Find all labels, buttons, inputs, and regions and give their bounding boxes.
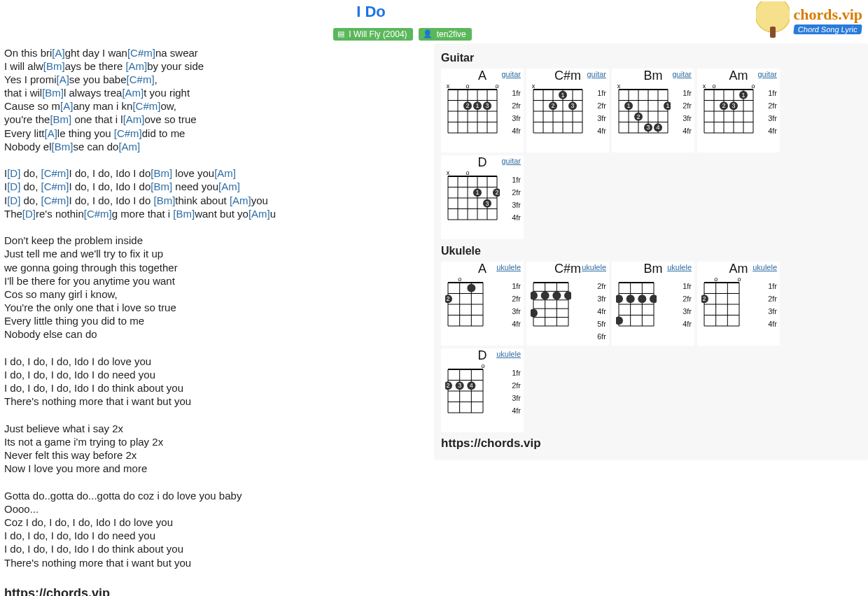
chord-card-d[interactable]: Dukuleleo2341fr2fr3fr4fr xyxy=(441,348,524,432)
lyric-line: Coz I do, I do, I do, Ido I do love you xyxy=(4,516,430,529)
lyric-text: do, xyxy=(20,194,41,206)
lyrics-panel: On this bri[A]ght day I wan[C#m]na swear… xyxy=(0,43,434,576)
chord-marker[interactable]: [Am] xyxy=(123,113,145,125)
chord-marker[interactable]: [C#m] xyxy=(132,100,160,112)
lyric-line: Just tell me and we'll try to fix it up xyxy=(4,247,430,260)
artist-badge[interactable]: 👤 ten2five xyxy=(419,28,472,41)
album-badge[interactable]: ▤ I Will Fly (2004) xyxy=(333,28,412,41)
lyric-line: You're the only one that i love so true xyxy=(4,301,430,314)
lyric-text: I do, I do, I do, Ido I do think about y… xyxy=(4,382,183,394)
svg-text:o: o xyxy=(481,364,484,369)
svg-text:o: o xyxy=(458,277,461,283)
guitar-section-title: Guitar xyxy=(441,52,861,64)
chord-marker[interactable]: [A] xyxy=(52,47,64,59)
chord-diagram: o234 xyxy=(445,364,486,416)
instrument-link[interactable]: ukulele xyxy=(752,263,777,271)
instrument-link[interactable]: ukulele xyxy=(496,263,521,271)
chord-marker[interactable]: [D] xyxy=(22,208,36,220)
instrument-link[interactable]: guitar xyxy=(672,70,692,78)
chord-card-bm[interactable]: Bmukulele1fr2fr3fr4fr xyxy=(612,262,694,346)
instrument-link[interactable]: guitar xyxy=(757,70,777,78)
ukulele-section-title: Ukulele xyxy=(441,245,861,257)
lyric-line: I do, I do, I do, Ido I do think about y… xyxy=(4,542,430,555)
chord-marker[interactable]: [Bm] xyxy=(42,87,64,99)
chord-marker[interactable]: [C#m] xyxy=(41,180,69,192)
chord-marker[interactable]: [Bm] xyxy=(150,167,172,179)
lyric-line: I will alw[Bm]ays be there [Am]by your s… xyxy=(4,59,430,73)
chord-marker[interactable]: [Am] xyxy=(248,208,270,220)
fret-labels: 1fr2fr3fr4fr xyxy=(597,87,606,137)
chord-marker[interactable]: [A] xyxy=(56,73,69,85)
lyric-text: Nobody el xyxy=(4,141,52,152)
chord-card-csharpm[interactable]: C#mukulele2fr3fr4fr5fr6fr xyxy=(526,262,609,346)
lyric-text: Just tell me and we'll try to fix it up xyxy=(4,248,163,260)
chord-marker[interactable]: [C#m] xyxy=(84,208,112,220)
chord-marker[interactable]: [Am] xyxy=(122,87,144,99)
chord-marker[interactable]: [C#m] xyxy=(114,127,142,139)
lyric-text: se can do xyxy=(73,141,118,152)
lyric-text: Never felt this way before 2x xyxy=(4,449,136,461)
chord-diagram: o2 xyxy=(445,277,486,329)
svg-text:2: 2 xyxy=(702,295,706,302)
lyric-text: love you xyxy=(172,167,214,179)
lyric-line: There's nothing more that i want but you xyxy=(4,395,430,408)
chord-diagram: xoo213 xyxy=(445,84,500,136)
chord-marker[interactable]: [Bm] xyxy=(50,113,71,125)
chord-marker[interactable]: [Am] xyxy=(218,180,240,192)
chord-marker[interactable]: [A] xyxy=(45,127,57,139)
chord-card-csharpm[interactable]: C#mguitarx1231fr2fr3fr4fr xyxy=(526,69,609,152)
lyric-text: Gotta do..gotta do...gotta do coz i do l… xyxy=(4,490,241,502)
lyric-line: I do, I do, I do, Ido I do need you xyxy=(4,368,430,381)
svg-point-136 xyxy=(616,295,623,303)
svg-text:1: 1 xyxy=(666,102,669,109)
lyric-text: se you babe xyxy=(69,73,127,85)
svg-text:x: x xyxy=(532,84,536,90)
chord-card-a[interactable]: Aukuleleo21fr2fr3fr4fr xyxy=(441,262,524,346)
lyric-line: Cos so many girl i know, xyxy=(4,288,430,301)
chord-marker[interactable]: [C#m] xyxy=(127,47,155,59)
svg-point-109 xyxy=(467,283,475,292)
chord-marker[interactable]: [C#m] xyxy=(127,73,155,85)
chord-card-bm[interactable]: Bmguitarx112341fr2fr3fr4fr xyxy=(612,69,694,152)
svg-text:o: o xyxy=(714,277,718,283)
svg-text:2: 2 xyxy=(636,113,640,120)
chord-card-am[interactable]: Amukuleleoo21fr2fr3fr4fr xyxy=(697,262,780,346)
instrument-link[interactable]: guitar xyxy=(501,157,521,165)
chord-marker[interactable]: [C#m] xyxy=(41,194,69,206)
sidebar-site-tag: https://chords.vip xyxy=(441,437,861,450)
chord-marker[interactable]: [Bm] xyxy=(43,60,65,72)
main-content: On this bri[A]ght day I wan[C#m]na swear… xyxy=(0,43,868,576)
chord-marker[interactable]: [D] xyxy=(7,167,20,179)
site-logo[interactable]: chords.vip Chord Song Lyric xyxy=(756,1,862,39)
chord-card-am[interactable]: Amguitarxoo1231fr2fr3fr4fr xyxy=(697,69,780,152)
chord-marker[interactable]: [Am] xyxy=(118,141,140,152)
chord-marker[interactable]: [Bm] xyxy=(150,180,172,192)
instrument-link[interactable]: ukulele xyxy=(582,263,606,271)
instrument-link[interactable]: guitar xyxy=(587,70,606,78)
chord-marker[interactable]: [D] xyxy=(7,180,20,192)
lyric-line: Nobody else can do xyxy=(4,327,430,341)
chord-marker[interactable]: [Bm] xyxy=(52,141,74,152)
svg-text:x: x xyxy=(703,84,706,90)
chord-marker[interactable]: [C#m] xyxy=(41,167,69,179)
svg-text:3: 3 xyxy=(646,124,650,131)
chord-marker[interactable]: [Bm] xyxy=(173,208,195,220)
svg-point-123 xyxy=(541,291,550,299)
chord-marker[interactable]: [Bm] xyxy=(153,194,175,206)
chord-card-d[interactable]: Dguitarxo1231fr2fr3fr4fr xyxy=(441,155,524,239)
lyric-text: re's nothin xyxy=(36,208,84,220)
chord-marker[interactable]: [D] xyxy=(7,194,20,206)
instrument-link[interactable]: guitar xyxy=(501,70,521,78)
chord-marker[interactable]: [Am] xyxy=(214,167,236,179)
chord-marker[interactable]: [Am] xyxy=(125,60,147,72)
lyric-line: Cause so m[A]any man i kn[C#m]ow, xyxy=(4,99,430,113)
chord-marker[interactable]: [A] xyxy=(60,100,73,112)
instrument-link[interactable]: ukulele xyxy=(496,350,521,358)
chord-diagram: oo2 xyxy=(701,277,742,329)
svg-point-140 xyxy=(616,316,623,325)
svg-text:1: 1 xyxy=(561,91,564,98)
instrument-link[interactable]: ukulele xyxy=(667,263,692,271)
chord-card-a[interactable]: Aguitarxoo2131fr2fr3fr4fr xyxy=(441,69,524,152)
logo-text: chords.vip Chord Song Lyric xyxy=(794,6,862,35)
chord-marker[interactable]: [Am] xyxy=(230,194,251,206)
